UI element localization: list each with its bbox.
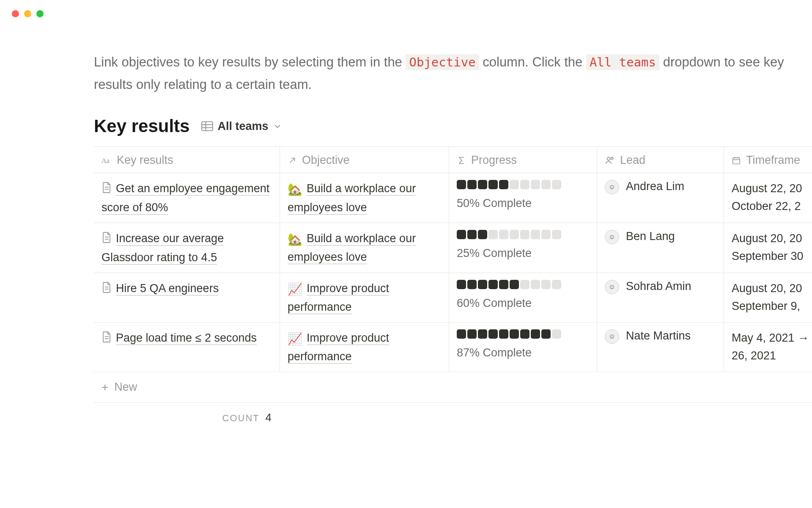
progress-block [457,280,466,289]
objective-chip: Objective [406,54,479,70]
progress-block [510,280,519,289]
objective-cell[interactable]: 📈Improve product performance [280,273,449,322]
progress-block [510,329,519,339]
progress-block [541,280,551,289]
col-timeframe[interactable]: Timeframe [724,147,812,173]
progress-bar [457,329,589,339]
timeframe-line: September 9, [732,298,812,315]
table-row[interactable]: Increase our average Glassdoor rating to… [94,223,812,273]
progress-block [488,280,498,289]
progress-block [499,280,508,289]
avatar: ☺ [605,329,619,344]
progress-block [478,230,487,239]
col-lead[interactable]: Lead [597,147,724,173]
col-key-results[interactable]: Aa Key results [94,147,280,173]
view-dropdown[interactable]: All teams [201,120,281,133]
key-result-title: Get an employee engagement score of 80% [102,182,269,215]
timeframe-cell[interactable]: August 22, 20October 22, 2 [724,173,812,223]
progress-bar [457,180,589,189]
svg-point-5 [607,157,610,160]
timeframe-line: September 30 [732,248,812,265]
progress-block [541,180,551,189]
timeframe-cell[interactable]: August 20, 20September 9, [724,273,812,322]
lead-cell[interactable]: ☺Ben Lang [597,223,724,273]
progress-block [552,280,561,289]
table-header-row: Aa Key results Objective Progress Lead T… [94,147,812,173]
progress-block [457,230,466,239]
key-result-cell[interactable]: Increase our average Glassdoor rating to… [94,223,280,273]
progress-block [541,230,551,239]
key-result-cell[interactable]: Hire 5 QA engineers [94,273,280,322]
key-result-cell[interactable]: Get an employee engagement score of 80% [94,173,280,223]
progress-block [520,280,529,289]
objective-cell[interactable]: 🏡Build a workplace our employees love [280,223,449,273]
objective-emoji-icon: 🏡 [288,230,302,248]
intro-text: Link objectives to key results by select… [94,51,812,96]
progress-block [467,180,477,189]
progress-block [499,230,508,239]
objective-emoji-icon: 📈 [288,330,302,348]
view-label: All teams [217,120,268,133]
objective-title: Improve product performance [288,282,389,314]
table-row[interactable]: Hire 5 QA engineers📈Improve product perf… [94,273,812,323]
avatar: ☺ [605,180,619,194]
objective-title: Improve product performance [288,331,389,364]
fullscreen-window-icon[interactable] [36,10,44,17]
key-result-title: Page load time ≤ 2 seconds [116,331,257,345]
progress-block [552,329,561,339]
progress-block [531,230,540,239]
lead-name: Ben Lang [626,230,675,243]
progress-block [488,329,498,339]
lead-name: Andrea Lim [626,180,684,193]
table-row[interactable]: Get an employee engagement score of 80%🏡… [94,173,812,223]
timeframe-line: August 20, 20 [732,280,812,298]
timeframe-line: August 22, 20 [732,180,812,198]
progress-bar [457,230,589,239]
progress-block [478,180,487,189]
progress-block [552,180,561,189]
key-result-cell[interactable]: Page load time ≤ 2 seconds [94,323,280,372]
objective-title: Build a workplace our employees love [288,232,416,264]
sigma-icon [457,156,466,165]
intro-prefix: Link objectives to key results by select… [94,55,406,69]
objective-title: Build a workplace our employees love [288,182,416,214]
lead-name: Nate Martins [626,329,691,342]
timeframe-line: 26, 2021 [732,347,812,365]
page-icon [102,281,112,299]
progress-block [520,180,529,189]
progress-label: 50% Complete [457,197,589,210]
relation-arrow-icon [288,156,297,165]
avatar: ☺ [605,230,619,244]
lead-cell[interactable]: ☺Andrea Lim [597,173,724,223]
col-progress[interactable]: Progress [449,147,597,173]
key-result-title: Hire 5 QA engineers [116,282,219,295]
progress-block [478,329,487,339]
timeframe-line: August 20, 20 [732,230,812,248]
timeframe-cell[interactable]: May 4, 2021 →26, 2021 [724,323,812,372]
progress-block [457,180,466,189]
progress-label: 60% Complete [457,297,589,310]
people-icon [605,155,615,166]
lead-cell[interactable]: ☺Nate Martins [597,323,724,372]
objective-cell[interactable]: 📈Improve product performance [280,323,449,372]
close-window-icon[interactable] [12,10,19,17]
plus-icon: + [102,381,108,393]
objective-cell[interactable]: 🏡Build a workplace our employees love [280,173,449,223]
table-row[interactable]: Page load time ≤ 2 seconds📈Improve produ… [94,323,812,372]
minimize-window-icon[interactable] [24,10,31,17]
progress-cell: 60% Complete [449,273,597,322]
progress-block [510,230,519,239]
objective-emoji-icon: 📈 [288,280,302,298]
page-icon [102,331,112,348]
progress-block [499,180,508,189]
intro-mid: column. Click the [483,55,586,69]
page-icon [102,181,112,199]
progress-block [531,280,540,289]
progress-block [478,280,487,289]
progress-label: 87% Complete [457,346,589,359]
lead-cell[interactable]: ☺Sohrab Amin [597,273,724,322]
text-property-icon: Aa [102,155,112,166]
new-row-button[interactable]: + New [94,372,812,403]
col-objective[interactable]: Objective [280,147,449,173]
timeframe-cell[interactable]: August 20, 20September 30 [724,223,812,273]
